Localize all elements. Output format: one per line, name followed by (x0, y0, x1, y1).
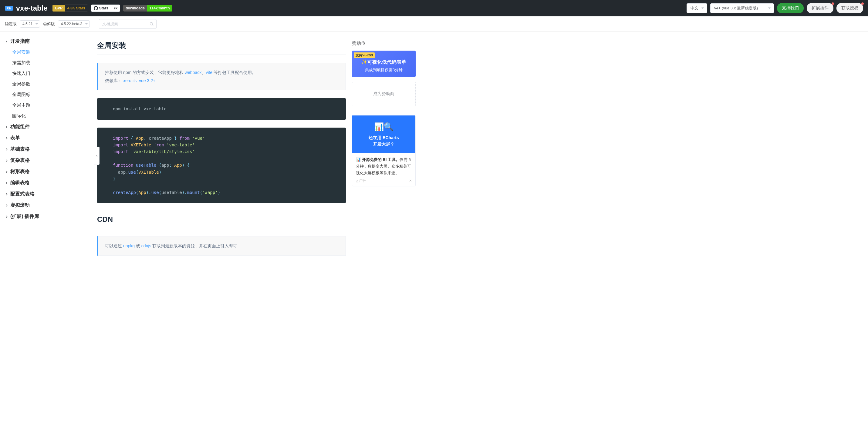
menu-group[interactable]: 虚拟滚动 (0, 200, 94, 211)
link-vite[interactable]: vite (206, 70, 212, 75)
chevron-right-icon (5, 125, 8, 129)
chart-icon: 📊🔍 (355, 121, 412, 133)
logo-icon: XE (5, 6, 13, 11)
become-sponsor-button[interactable]: 成为赞助商 (352, 82, 416, 106)
chevron-right-icon (5, 215, 8, 218)
section-cdn: CDN (97, 215, 346, 228)
chevron-right-icon (5, 136, 8, 140)
stable-label: 稳定版 (5, 21, 17, 27)
chevron-down-icon (5, 40, 8, 43)
chevron-right-icon (5, 159, 8, 163)
svg-point-0 (150, 23, 153, 25)
sponsor-card[interactable]: 支持Vue2/3 ✨可视化低代码表单 集成到项目仅需3分钟 (352, 50, 416, 77)
code-block-import: import { App, createApp } from 'vue' imp… (97, 128, 346, 203)
tip-box-cdn: 可以通过 unpkg 或 cdnjs 获取到最新版本的资源，并在页面上引入即可 (97, 236, 346, 256)
sidebar-collapse-button[interactable] (94, 147, 99, 165)
gvp-badge[interactable]: GVP4.3K Stars (53, 5, 88, 12)
close-ad-button[interactable]: × (409, 178, 412, 183)
version-select[interactable]: v4+ (vue 3.x 最新稳定版) (710, 3, 774, 13)
menu-group[interactable]: 表单 (0, 132, 94, 144)
auth-button[interactable]: 获取授权 (836, 3, 863, 13)
notification-dot-icon (861, 2, 864, 5)
page-title: 全局安装 (97, 41, 346, 55)
plugin-button[interactable]: 扩展插件 (807, 3, 833, 13)
brand[interactable]: vxe-table (16, 4, 48, 12)
chevron-left-icon (95, 154, 99, 158)
sidebar-item[interactable]: 全局图标 (8, 90, 94, 100)
chevron-right-icon (5, 147, 8, 151)
sidebar-item[interactable]: 快速入门 (8, 68, 94, 79)
sidebar: 开发指南 全局安装按需加载快速入门全局参数全局图标全局主题国际化 功能组件表单基… (0, 32, 94, 444)
sidebar-item[interactable]: 按需加载 (8, 58, 94, 68)
sidebar-item[interactable]: 全局参数 (8, 79, 94, 90)
svg-line-1 (152, 25, 153, 26)
sidebar-item[interactable]: 国际化 (8, 111, 94, 121)
menu-group[interactable]: 功能组件 (0, 121, 94, 132)
lang-select[interactable]: 中文 (687, 3, 707, 13)
github-badge[interactable]: Stars7k (91, 5, 120, 12)
notification-dot-icon (832, 2, 834, 5)
downloads-badge[interactable]: downloads114k/month (123, 5, 172, 11)
link-xeutils[interactable]: xe-utils (123, 78, 136, 83)
chevron-right-icon (5, 181, 8, 185)
tip-box: 推荐使用 npm 的方式安装，它能更好地和 webpack、vite 等打包工具… (97, 63, 346, 90)
chevron-right-icon (5, 170, 8, 174)
sponsor-tag: 支持Vue2/3 (354, 53, 375, 58)
menu-group[interactable]: 树形表格 (0, 166, 94, 177)
menu-group[interactable]: 基础表格 (0, 144, 94, 155)
chevron-right-icon (5, 204, 8, 207)
link-webpack[interactable]: webpack (185, 70, 202, 75)
sidebar-item[interactable]: 全局安装 (8, 47, 94, 58)
chevron-right-icon (5, 193, 8, 196)
beta-select[interactable]: 4.5.22-beta.3 (58, 20, 90, 28)
link-unpkg[interactable]: unpkg (123, 243, 135, 248)
aside-title: 赞助位 (352, 41, 416, 46)
menu-group-guide[interactable]: 开发指南 (0, 36, 94, 47)
menu-group[interactable]: 复杂表格 (0, 155, 94, 166)
beta-label: 尝鲜版 (43, 21, 55, 27)
sidebar-item[interactable]: 全局主题 (8, 100, 94, 111)
search-icon (149, 22, 154, 26)
search-input[interactable]: 文档搜索 (99, 19, 157, 29)
ad-card[interactable]: 📊🔍 还在用 ECharts 开发大屏？ 📊 开源免费的 BI 工具。仅需 5 … (352, 115, 416, 186)
menu-group[interactable]: 编辑表格 (0, 177, 94, 189)
menu-group[interactable]: (扩展) 插件库 (0, 211, 94, 222)
code-block-npm: npm install vxe-table (97, 98, 346, 119)
link-vue[interactable]: vue 3.2+ (139, 78, 155, 83)
menu-group[interactable]: 配置式表格 (0, 189, 94, 200)
stable-select[interactable]: 4.5.21 (20, 20, 40, 28)
link-cdnjs[interactable]: cdnjs (142, 243, 151, 248)
support-button[interactable]: 支持我们 (777, 3, 804, 13)
